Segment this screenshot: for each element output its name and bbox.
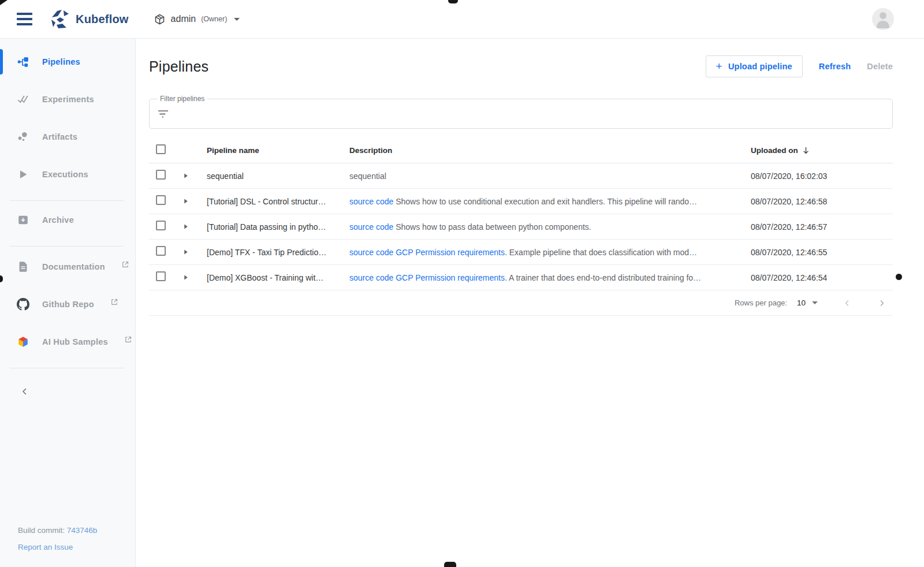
delete-button[interactable]: Delete — [867, 62, 893, 71]
menu-bar — [17, 18, 32, 20]
sidebar-item-documentation[interactable]: Documentation — [0, 255, 135, 278]
github-icon — [17, 298, 29, 311]
pipeline-description: source code GCP Permission requirements.… — [349, 248, 751, 257]
sidebar-item-ai-hub-samples[interactable]: AI Hub Samples — [0, 330, 135, 353]
expand-row-button[interactable] — [182, 197, 207, 205]
refresh-button[interactable]: Refresh — [819, 62, 851, 71]
sidebar-item-label: Pipelines — [42, 57, 80, 66]
uploaded-on: 08/07/2020, 12:46:55 — [751, 248, 893, 257]
executions-icon — [17, 168, 29, 181]
kubeflow-logo-icon — [50, 9, 70, 29]
expand-row-button[interactable] — [182, 274, 207, 281]
toolbar: + Upload pipeline Refresh Delete — [706, 55, 893, 77]
upload-pipeline-label: Upload pipeline — [728, 62, 792, 71]
uploaded-on: 08/07/2020, 12:46:58 — [751, 197, 893, 206]
rows-per-page-label: Rows per page: — [735, 299, 787, 307]
capture-artifact — [896, 274, 902, 280]
row-checkbox[interactable] — [156, 221, 166, 230]
page-header: Pipelines + Upload pipeline Refresh Dele… — [149, 54, 893, 79]
pipeline-description: source code Shows how to pass data betwe… — [349, 222, 751, 232]
table-row[interactable]: [Demo] XGBoost - Training wit… source co… — [149, 265, 893, 290]
sidebar-item-label: AI Hub Samples — [42, 337, 108, 346]
sidebar-item-experiments[interactable]: Experiments — [0, 88, 135, 111]
expand-row-button[interactable] — [182, 248, 207, 256]
chevron-down-icon — [812, 301, 818, 304]
top-bar: Kubeflow admin (Owner) — [0, 0, 924, 39]
filter-input[interactable] — [176, 109, 884, 118]
uploaded-on: 08/07/2020, 16:02:03 — [751, 171, 893, 181]
description-link[interactable]: GCP Permission requirements. — [396, 273, 507, 282]
pipeline-name: [Demo] TFX - Taxi Tip Predictio… — [207, 248, 349, 257]
sidebar-item-executions[interactable]: Executions — [0, 163, 135, 186]
description-link[interactable]: source code — [349, 273, 393, 282]
rows-per-page-select[interactable]: 10 — [797, 299, 818, 307]
app-name: Kubeflow — [76, 13, 129, 26]
row-checkbox[interactable] — [156, 195, 166, 205]
namespace-role: (Owner) — [201, 15, 227, 23]
row-checkbox[interactable] — [156, 271, 166, 281]
uploaded-on: 08/07/2020, 12:46:57 — [751, 222, 893, 232]
main-content: Pipelines + Upload pipeline Refresh Dele… — [136, 39, 924, 567]
sidebar-divider — [10, 368, 124, 368]
column-uploaded-on[interactable]: Uploaded on — [751, 146, 893, 155]
row-checkbox-cell — [156, 221, 182, 233]
chevron-down-icon — [234, 18, 240, 21]
next-page-button[interactable] — [877, 298, 887, 308]
build-commit-link[interactable]: 743746b — [67, 526, 98, 535]
table-row[interactable]: [Tutorial] Data passing in pytho… source… — [149, 214, 893, 240]
table-row[interactable]: sequential sequential 08/07/2020, 16:02:… — [149, 163, 893, 189]
namespace-selector[interactable]: admin (Owner) — [154, 13, 240, 25]
pipeline-description: source code Shows how to use conditional… — [349, 197, 751, 206]
filter-pipelines-field[interactable]: Filter pipelines — [149, 99, 893, 129]
sidebar: Pipelines Experiments — [0, 39, 136, 567]
avatar[interactable] — [872, 8, 894, 30]
capture-artifact — [444, 562, 456, 567]
menu-icon[interactable] — [14, 10, 35, 28]
previous-page-button[interactable] — [842, 298, 852, 308]
row-checkbox[interactable] — [156, 246, 166, 256]
table-row[interactable]: [Demo] TFX - Taxi Tip Predictio… source … — [149, 240, 893, 265]
archive-icon — [17, 214, 29, 226]
description-link[interactable]: source code — [349, 197, 393, 206]
namespace-name: admin — [171, 14, 196, 24]
description-text: Shows how to pass data between python co… — [396, 222, 591, 232]
sidebar-item-label: Artifacts — [42, 132, 77, 141]
chevron-right-icon — [877, 298, 887, 308]
table-row[interactable]: [Tutorial] DSL - Control structur… sourc… — [149, 189, 893, 214]
avatar-icon — [880, 12, 886, 19]
description-link[interactable]: source code — [349, 248, 393, 257]
sidebar-item-label: Experiments — [42, 95, 94, 104]
row-checkbox[interactable] — [156, 170, 166, 180]
row-checkbox-cell — [156, 195, 182, 207]
menu-bar — [17, 23, 32, 25]
sidebar-item-archive[interactable]: Archive — [0, 208, 135, 232]
collapse-sidebar-button[interactable] — [16, 382, 34, 401]
pipelines-icon — [17, 55, 29, 68]
build-commit-label: Build commit: — [18, 526, 65, 535]
report-issue-link[interactable]: Report an Issue — [18, 543, 73, 551]
pipeline-description: sequential — [349, 171, 751, 181]
sidebar-item-pipelines[interactable]: Pipelines — [0, 50, 135, 73]
chevron-left-icon — [20, 386, 30, 397]
sidebar-divider — [10, 246, 124, 247]
upload-pipeline-button[interactable]: + Upload pipeline — [706, 55, 803, 77]
select-all-checkbox[interactable] — [156, 144, 166, 154]
column-pipeline-name[interactable]: Pipeline name — [207, 146, 349, 155]
description-text: A trainer that does end-to-end distribut… — [509, 273, 701, 282]
kubeflow-app: Kubeflow admin (Owner) — [0, 0, 924, 567]
expand-row-button[interactable] — [182, 223, 207, 230]
caret-right-icon — [182, 274, 189, 281]
caret-right-icon — [182, 172, 189, 180]
build-commit: Build commit: 743746b — [18, 527, 97, 535]
expand-row-button[interactable] — [182, 172, 207, 180]
pagination-bar: Rows per page: 10 — [149, 290, 893, 316]
filter-icon — [158, 110, 169, 118]
pipelines-table: Pipeline name Description Uploaded on se… — [149, 138, 893, 316]
description-link[interactable]: GCP Permission requirements. — [396, 248, 507, 257]
sidebar-item-github-repo[interactable]: Github Repo — [0, 293, 135, 316]
description-link[interactable]: source code — [349, 222, 393, 232]
sidebar-item-artifacts[interactable]: Artifacts — [0, 125, 135, 148]
external-link-icon — [125, 336, 132, 343]
pipeline-name: sequential — [207, 171, 349, 181]
column-description[interactable]: Description — [349, 146, 751, 155]
